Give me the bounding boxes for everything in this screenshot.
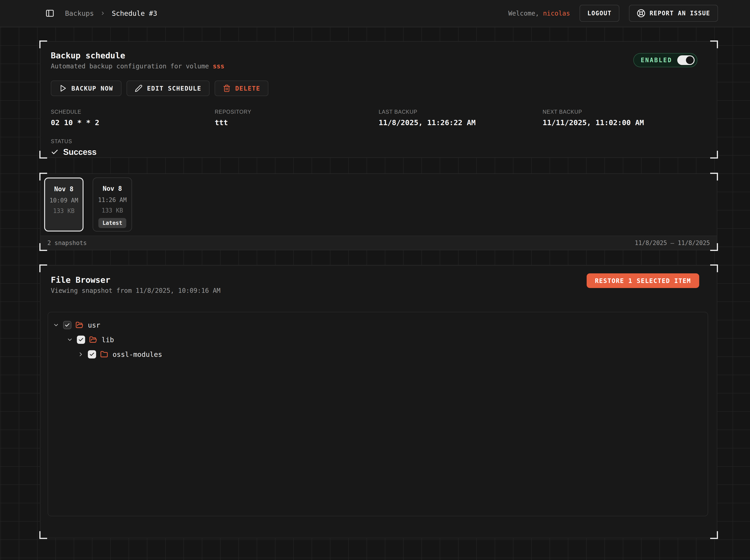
snapshot-card-latest[interactable]: Nov 8 11:26 AM 133 KB Latest bbox=[93, 178, 132, 232]
tree-label: lib bbox=[102, 336, 114, 344]
chevron-down-icon[interactable] bbox=[53, 322, 59, 328]
frame-corner bbox=[39, 173, 47, 180]
snapshot-strip: Nov 8 10:09 AM 133 KB Nov 8 11:26 AM 133… bbox=[40, 174, 717, 232]
frame-corner bbox=[39, 264, 47, 272]
file-tree: usr lib ossl-modules bbox=[47, 312, 708, 516]
field-schedule: SCHEDULE 02 10 * * 2 bbox=[51, 109, 215, 127]
frame-corner bbox=[39, 40, 47, 48]
trash-icon bbox=[223, 84, 231, 92]
snapshots-panel: Nov 8 10:09 AM 133 KB Nov 8 11:26 AM 133… bbox=[40, 174, 717, 250]
top-bar: Backups Schedule #3 Welcome, nicolas LOG… bbox=[0, 0, 750, 27]
frame-corner bbox=[39, 151, 47, 159]
breadcrumb: Backups Schedule #3 bbox=[65, 9, 157, 17]
checkbox-usr[interactable] bbox=[63, 321, 72, 329]
frame-corner bbox=[710, 173, 718, 180]
snapshot-footer: 2 snapshots 11/8/2025 – 11/8/2025 bbox=[40, 236, 717, 250]
pencil-icon bbox=[135, 84, 142, 92]
edit-schedule-button[interactable]: EDIT SCHEDULE bbox=[126, 81, 210, 96]
field-repository: REPOSITORY ttt bbox=[215, 109, 379, 127]
field-next-backup: NEXT BACKUP 11/11/2025, 11:02:00 AM bbox=[543, 109, 707, 127]
file-browser-panel: File Browser Viewing snapshot from 11/8/… bbox=[40, 265, 717, 538]
restore-selected-button[interactable]: RESTORE 1 SELECTED ITEM bbox=[587, 273, 699, 288]
panel-subtitle: Automated backup configuration for volum… bbox=[51, 62, 707, 70]
breadcrumb-current: Schedule #3 bbox=[112, 9, 157, 17]
backup-schedule-panel: Backup schedule Automated backup configu… bbox=[40, 41, 717, 158]
username: nicolas bbox=[543, 9, 570, 17]
folder-icon bbox=[100, 351, 108, 358]
tree-label: ossl-modules bbox=[113, 351, 162, 358]
frame-corner bbox=[710, 243, 718, 251]
frame-corner bbox=[39, 531, 47, 539]
tree-row-lib[interactable]: lib bbox=[53, 333, 703, 347]
panel-title: Backup schedule bbox=[51, 51, 707, 60]
folder-open-icon bbox=[89, 336, 97, 344]
logout-button[interactable]: LOGOUT bbox=[579, 5, 619, 22]
check-icon bbox=[51, 148, 59, 156]
toggle-switch[interactable] bbox=[677, 55, 695, 65]
frame-corner bbox=[710, 264, 718, 272]
frame-corner bbox=[39, 243, 47, 251]
tree-row-usr[interactable]: usr bbox=[53, 318, 703, 333]
snapshot-count: 2 snapshots bbox=[47, 240, 87, 246]
chevron-down-icon[interactable] bbox=[66, 337, 73, 343]
schedule-fields: SCHEDULE 02 10 * * 2 REPOSITORY ttt LAST… bbox=[51, 109, 707, 127]
enabled-label: ENABLED bbox=[640, 57, 672, 64]
lifebuoy-icon bbox=[637, 9, 646, 18]
folder-open-icon bbox=[76, 321, 83, 329]
chevron-right-icon[interactable] bbox=[77, 351, 84, 358]
breadcrumb-backups[interactable]: Backups bbox=[65, 9, 94, 17]
enabled-toggle[interactable]: ENABLED bbox=[633, 53, 697, 67]
frame-corner bbox=[710, 40, 718, 48]
checkbox-ossl-modules[interactable] bbox=[88, 350, 96, 358]
delete-button[interactable]: DELETE bbox=[215, 81, 269, 96]
latest-badge: Latest bbox=[98, 218, 126, 228]
tree-label: usr bbox=[88, 321, 100, 329]
report-issue-button[interactable]: REPORT AN ISSUE bbox=[629, 5, 718, 22]
snapshot-range: 11/8/2025 – 11/8/2025 bbox=[635, 240, 710, 246]
panel-left-icon bbox=[45, 9, 55, 18]
tree-row-ossl-modules[interactable]: ossl-modules bbox=[53, 347, 703, 362]
play-icon bbox=[59, 84, 67, 92]
snapshot-card-selected[interactable]: Nov 8 10:09 AM 133 KB bbox=[44, 178, 83, 232]
status-field: STATUS Success bbox=[51, 138, 707, 157]
backup-now-button[interactable]: BACKUP NOW bbox=[51, 81, 121, 96]
toggle-knob bbox=[686, 56, 694, 64]
frame-corner bbox=[710, 151, 718, 159]
status-badge: Success bbox=[63, 147, 97, 157]
sidebar-toggle-button[interactable] bbox=[43, 7, 56, 20]
volume-name: sss bbox=[213, 62, 224, 70]
frame-corner bbox=[710, 531, 718, 539]
chevron-right-icon bbox=[100, 10, 106, 16]
field-last-backup: LAST BACKUP 11/8/2025, 11:26:22 AM bbox=[379, 109, 543, 127]
checkbox-lib[interactable] bbox=[77, 336, 85, 344]
welcome-text: Welcome, nicolas bbox=[508, 9, 570, 17]
